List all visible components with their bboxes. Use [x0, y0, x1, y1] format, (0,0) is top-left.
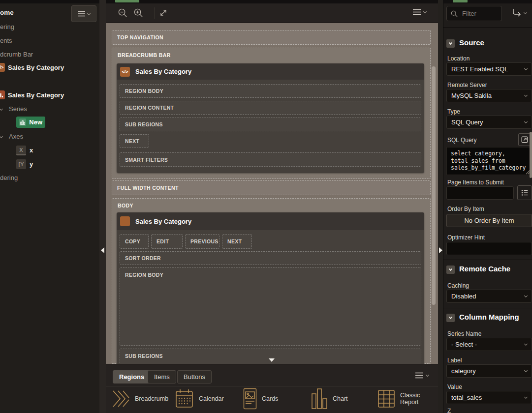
collapse-chevron-icon[interactable]: [0, 107, 3, 111]
optimizer-hint-input[interactable]: [446, 242, 532, 255]
calendar-icon: [175, 389, 194, 409]
slot-region-content[interactable]: REGION CONTENT: [120, 101, 421, 115]
tree-item-breadcrumb-region[interactable]: Sales By Category: [8, 64, 64, 71]
item-list-button[interactable]: [517, 185, 532, 200]
top-edge: [0, 0, 532, 3]
button-previous[interactable]: PREVIOUS: [185, 234, 219, 249]
tree-item-post-rendering[interactable]: dering: [0, 174, 18, 181]
slot-smart-filters[interactable]: SMART FILTERS: [120, 152, 421, 167]
type-label: Type: [447, 108, 460, 115]
classic-report-icon: [377, 389, 395, 408]
location-select[interactable]: REST Enabled SQL: [446, 62, 532, 76]
order-by-label: Order By Item: [447, 206, 484, 212]
bar-chart-icon: [19, 118, 26, 126]
caching-select[interactable]: Disabled: [446, 290, 532, 303]
layout-tab-indicator: [115, 0, 139, 2]
tree-item-components[interactable]: ents: [0, 37, 12, 44]
gallery-item-label: Classic Report: [400, 392, 438, 406]
slot-sub-regions[interactable]: SUB REGIONS: [120, 118, 421, 131]
slot-region-body[interactable]: REGION BODY: [120, 84, 421, 98]
canvas-scrollbar[interactable]: [432, 66, 436, 305]
gallery-item-calendar[interactable]: Calendar: [175, 388, 224, 410]
go-to-button[interactable]: [511, 8, 527, 18]
tree-item-axis-x[interactable]: x: [30, 147, 33, 154]
region-icon: [120, 216, 130, 226]
section-divider: [443, 260, 532, 260]
tree-item-series[interactable]: Series: [9, 105, 27, 113]
select-value: total_sales: [451, 394, 482, 401]
chevron-down-icon: [524, 395, 528, 398]
gallery-menu-button[interactable]: [415, 372, 429, 379]
source-collapse-button[interactable]: [446, 39, 455, 48]
type-select[interactable]: SQL Query: [446, 116, 532, 129]
collapse-right-panel-icon[interactable]: [439, 247, 442, 253]
chevron-down-icon: [449, 41, 452, 44]
slot-top-navigation[interactable]: TOP NAVIGATION: [112, 30, 431, 45]
tree-menu-button[interactable]: [71, 5, 96, 22]
left-splitter[interactable]: [99, 0, 106, 413]
tree-item-pre-rendering[interactable]: ering: [0, 23, 14, 30]
splitter-handle-icon[interactable]: [269, 358, 275, 362]
slot-label: SORT ORDER: [125, 255, 161, 261]
gallery-item-breadcrumb[interactable]: Breadcrumb: [112, 388, 168, 410]
layout-menu-button[interactable]: [412, 9, 426, 15]
value-select[interactable]: total_sales: [446, 391, 532, 404]
chevron-down-icon: [423, 10, 427, 13]
panel-scrollbar[interactable]: [530, 132, 532, 178]
chevron-down-icon: [524, 294, 528, 297]
axis-y-icon: [Y: [16, 159, 26, 169]
code-region-icon: </>: [0, 63, 5, 72]
button-label: NEXT: [227, 238, 242, 244]
button-copy[interactable]: COPY: [120, 234, 149, 249]
list-icon: [520, 188, 529, 197]
remote-server-select[interactable]: MySQL Sakila: [446, 89, 532, 102]
chevron-down-icon: [524, 66, 528, 70]
chart-region-header[interactable]: Sales By Category: [117, 212, 424, 230]
collapse-chevron-icon[interactable]: [0, 135, 3, 138]
collapse-left-panel-icon[interactable]: [101, 247, 104, 253]
breadcrumb-bar-label: BREADCRUMB BAR: [118, 52, 171, 58]
gallery-item-label: Breadcrumb: [135, 395, 168, 402]
series-name-select[interactable]: - Select -: [446, 338, 532, 351]
remote-cache-collapse-button[interactable]: [446, 266, 455, 274]
source-section-title: Source: [459, 38, 484, 47]
breadcrumb-region-header[interactable]: </> Sales By Category: [117, 63, 424, 80]
button-next[interactable]: NEXT: [222, 234, 252, 249]
slot-region-body-main[interactable]: REGION BODY: [120, 267, 421, 346]
gallery-item-cards[interactable]: Cards: [243, 387, 278, 411]
right-splitter[interactable]: [438, 0, 443, 413]
tree-item-new-series[interactable]: New: [16, 117, 45, 128]
order-by-button[interactable]: No Order By Item: [446, 214, 532, 227]
tab-buttons[interactable]: Buttons: [177, 370, 212, 384]
select-value: category: [451, 367, 476, 375]
filter-input[interactable]: [461, 9, 496, 18]
column-mapping-collapse-button[interactable]: [446, 314, 455, 322]
gallery-item-classic-report[interactable]: Classic Report: [377, 388, 438, 410]
slot-next[interactable]: NEXT: [120, 134, 149, 148]
filter-box[interactable]: [446, 6, 502, 21]
code-region-icon: </>: [120, 67, 130, 77]
tree-item-chart-region[interactable]: Sales By Category: [8, 91, 64, 99]
tree-item-axis-y[interactable]: y: [30, 160, 33, 168]
toolbar-divider: [155, 7, 155, 19]
slot-sort-order[interactable]: SORT ORDER: [120, 251, 421, 265]
tree-item-page[interactable]: ome: [0, 9, 14, 16]
expand-layout-button[interactable]: [159, 8, 168, 17]
zoom-in-button[interactable]: [133, 8, 144, 18]
series-name-label: Series Name: [447, 330, 481, 337]
label-select[interactable]: category: [446, 364, 532, 378]
tree-item-breadcrumb-bar[interactable]: dcrumb Bar: [0, 51, 33, 58]
property-editor-panel: Source Location REST Enabled SQL Remote …: [443, 3, 532, 413]
sql-query-textarea[interactable]: select category, total_sales from sales_…: [446, 147, 532, 175]
slot-label: REGION BODY: [125, 88, 163, 94]
zoom-out-button[interactable]: [118, 8, 128, 18]
tree-item-axes[interactable]: Axes: [9, 133, 23, 140]
button-edit[interactable]: EDIT: [151, 234, 183, 249]
tab-items[interactable]: Items: [148, 370, 176, 384]
select-value: - Select -: [451, 341, 477, 348]
slot-full-width-content[interactable]: FULL WIDTH CONTENT: [112, 180, 431, 195]
tab-regions[interactable]: Regions: [113, 370, 151, 384]
gallery-item-chart[interactable]: Chart: [311, 387, 348, 411]
hamburger-icon: [412, 9, 421, 15]
page-items-input[interactable]: [446, 186, 514, 200]
